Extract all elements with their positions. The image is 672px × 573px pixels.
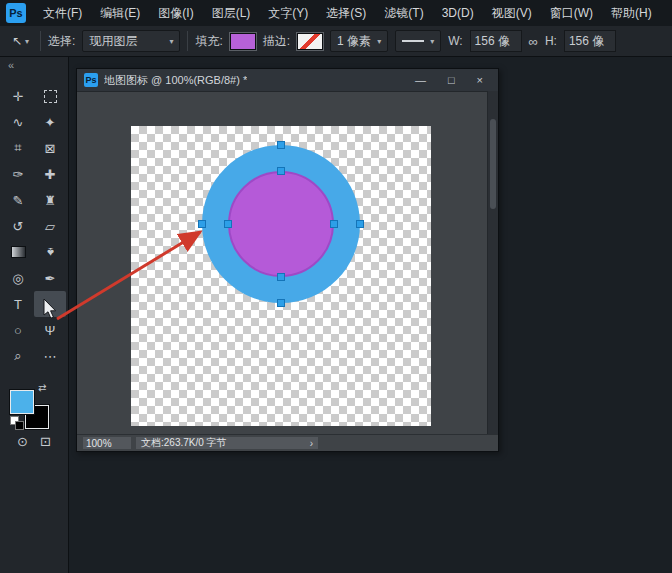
pen-tool[interactable]: ✒	[34, 265, 66, 291]
frame-tool[interactable]: ⊠	[34, 135, 66, 161]
clone-stamp-tool[interactable]: ♜	[34, 187, 66, 213]
gradient-tool[interactable]	[2, 239, 34, 265]
move-tool[interactable]: ✛	[2, 83, 34, 109]
current-tool-icon: ↖	[12, 34, 22, 48]
stroke-color-swatch[interactable]	[297, 33, 323, 50]
eyedropper-icon: ✑	[13, 167, 24, 182]
menu-bar: Ps 文件(F) 编辑(E) 图像(I) 图层(L) 文字(Y) 选择(S) 滤…	[0, 0, 672, 26]
document-info-text: 文档:263.7K/0 字节	[141, 436, 227, 450]
anchor-handle[interactable]	[277, 141, 285, 149]
default-colors-icon[interactable]	[10, 416, 25, 431]
hand-tool[interactable]: Ψ	[34, 317, 66, 343]
workspace-background: Ps 地图图标 @ 100%(RGB/8#) * — □ ×	[69, 57, 672, 573]
menu-select[interactable]: 选择(S)	[317, 0, 375, 26]
quick-selection-icon: ✦	[45, 115, 56, 130]
menu-file[interactable]: 文件(F)	[34, 0, 91, 26]
fill-color-swatch[interactable]	[230, 33, 256, 50]
caret-down-icon: ▾	[430, 37, 434, 46]
menu-layer[interactable]: 图层(L)	[203, 0, 260, 26]
eraser-tool[interactable]: ▱	[34, 213, 66, 239]
history-brush-tool[interactable]: ↺	[2, 213, 34, 239]
anchor-handle[interactable]	[330, 220, 338, 228]
width-value: 156 像	[475, 33, 510, 50]
edit-toolbar-button[interactable]: ⋯	[34, 343, 66, 369]
link-dimensions-icon[interactable]: ∞	[529, 34, 538, 49]
clone-stamp-icon: ♜	[44, 193, 56, 208]
gradient-icon	[11, 246, 26, 258]
document-info-field[interactable]: 文档:263.7K/0 字节 ›	[136, 437, 318, 449]
scrollbar-thumb[interactable]	[490, 119, 496, 209]
foreground-color-swatch[interactable]	[10, 390, 34, 414]
menu-edit[interactable]: 编辑(E)	[91, 0, 149, 26]
eraser-icon: ▱	[45, 219, 55, 234]
anchor-handle[interactable]	[356, 220, 364, 228]
ellipse-tool[interactable]: ○	[2, 317, 34, 343]
height-input[interactable]: 156 像	[564, 30, 616, 52]
brush-tool[interactable]: ✎	[2, 187, 34, 213]
healing-brush-icon: ✚	[45, 167, 56, 182]
maximize-button[interactable]: □	[448, 75, 455, 86]
hand-icon: Ψ	[45, 323, 56, 338]
history-brush-icon: ↺	[13, 219, 24, 234]
eyedropper-tool[interactable]: ✑	[2, 161, 34, 187]
canvas-area	[77, 91, 498, 435]
vertical-scrollbar[interactable]	[487, 91, 498, 435]
swap-colors-icon[interactable]: ⇄	[38, 382, 46, 393]
stroke-width-value: 1 像素	[337, 33, 371, 50]
anchor-handle[interactable]	[277, 273, 285, 281]
menu-window[interactable]: 窗口(W)	[541, 0, 602, 26]
stroke-width-dropdown[interactable]: 1 像素 ▾	[330, 30, 388, 52]
menu-3d[interactable]: 3D(D)	[433, 0, 483, 26]
crop-tool[interactable]: ⌗	[2, 135, 34, 161]
move-icon: ✛	[13, 89, 24, 104]
tool-bar: « ✛ ∿ ✦ ⌗ ⊠ ✑ ✚ ✎ ♜ ↺ ▱ ♠ ◎ ✒ T ○ Ψ ⌕ ⋯ …	[0, 57, 69, 573]
anchor-handle[interactable]	[277, 167, 285, 175]
anchor-handle[interactable]	[224, 220, 232, 228]
ellipsis-icon: ⋯	[44, 349, 57, 364]
app-logo-icon[interactable]: Ps	[6, 3, 26, 23]
path-selection-tool[interactable]	[34, 291, 66, 317]
frame-icon: ⊠	[45, 141, 56, 156]
menu-help[interactable]: 帮助(H)	[602, 0, 661, 26]
select-mode-label: 选择:	[48, 33, 75, 50]
status-bar: 100% 文档:263.7K/0 字节 ›	[77, 434, 498, 451]
width-label: W:	[448, 34, 462, 48]
anchor-handle[interactable]	[198, 220, 206, 228]
anchor-handle[interactable]	[277, 299, 285, 307]
crop-icon: ⌗	[14, 140, 21, 156]
quick-mask-button[interactable]: ⊙	[17, 434, 28, 449]
options-bar: ↖ ▾ 选择: 现用图层 ▾ 填充: 描边: 1 像素 ▾ ▾ W: 156 像…	[0, 26, 672, 57]
menu-view[interactable]: 视图(V)	[483, 0, 541, 26]
document-titlebar[interactable]: Ps 地图图标 @ 100%(RGB/8#) * — □ ×	[77, 69, 498, 92]
blur-tool[interactable]: ♠	[34, 239, 66, 265]
type-tool[interactable]: T	[2, 291, 34, 317]
minimize-button[interactable]: —	[415, 75, 426, 86]
quick-selection-tool[interactable]: ✦	[34, 109, 66, 135]
lasso-icon: ∿	[13, 115, 24, 130]
stroke-label: 描边:	[263, 33, 290, 50]
stroke-style-dropdown[interactable]: ▾	[395, 30, 441, 52]
zoom-level-field[interactable]: 100%	[83, 437, 131, 449]
toolbar-bottom: ⊙ ⊡	[0, 434, 68, 449]
zoom-level-value: 100%	[86, 438, 112, 449]
dodge-tool[interactable]: ◎	[2, 265, 34, 291]
rectangular-marquee-tool[interactable]	[34, 83, 66, 109]
zoom-tool[interactable]: ⌕	[2, 343, 34, 369]
toolbar-collapse-button[interactable]: «	[0, 57, 68, 75]
canvas[interactable]	[131, 126, 431, 426]
stroke-style-line-icon	[402, 40, 424, 42]
close-button[interactable]: ×	[477, 75, 483, 86]
tool-preset-button[interactable]: ↖ ▾	[8, 32, 33, 50]
lasso-tool[interactable]: ∿	[2, 109, 34, 135]
window-buttons: — □ ×	[415, 75, 491, 86]
screen-mode-button[interactable]: ⊡	[40, 434, 51, 449]
select-mode-dropdown[interactable]: 现用图层 ▾	[82, 30, 180, 52]
color-swatches: ⇄	[10, 384, 56, 430]
menu-filter[interactable]: 滤镜(T)	[375, 0, 432, 26]
status-chevron-icon[interactable]: ›	[310, 438, 313, 449]
spot-healing-brush-tool[interactable]: ✚	[34, 161, 66, 187]
menu-image[interactable]: 图像(I)	[149, 0, 202, 26]
width-input[interactable]: 156 像	[470, 30, 522, 52]
menu-type[interactable]: 文字(Y)	[259, 0, 317, 26]
inner-circle-shape[interactable]	[228, 171, 334, 277]
